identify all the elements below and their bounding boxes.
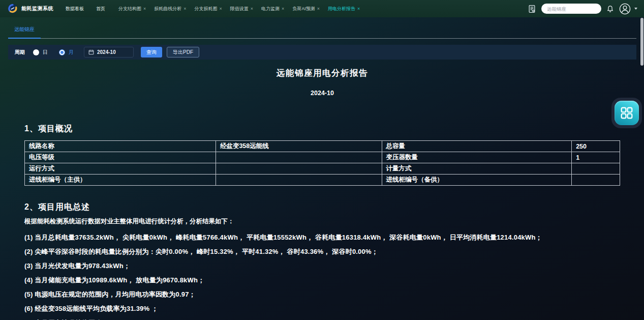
summary-intro: 根据能耗检测系统运行数据对业主整体用电进行统计分析，分析结果如下： [24,217,234,226]
close-icon[interactable]: × [251,7,253,11]
table-cell-label: 计量方式 [382,163,572,174]
section2-heading: 2、项目用电总述 [24,202,90,213]
tab-load-ai-forecast[interactable]: 负荷AI预测 × [292,6,320,12]
logo-icon [8,4,18,14]
header-right-cluster [528,3,637,15]
summary-item-2: (2) 尖峰平谷深谷时段的耗电量比例分别为：尖时0.00%， 峰时15.32%，… [24,248,626,255]
radio-day-circle[interactable] [33,49,39,55]
export-pdf-button[interactable]: 导出PDF [167,47,199,57]
close-icon[interactable]: × [183,7,186,11]
table-cell-label: 变压器数量 [382,152,572,163]
summary-items: (1) 当月总耗电量37635.2kWh， 尖耗电量0kWh， 峰耗电量5766… [24,234,626,320]
table-cell-value: 经盆变358远能线 [216,141,382,152]
summary-item-4: (4) 当月储能充电量为10989.6kWh， 放电量为9670.8kWh； [24,276,626,284]
table-row: 进线柜编号（主供） 进线柜编号（备供） [25,174,620,186]
table-row: 运行方式 计量方式 [25,163,620,174]
brand: 能耗监测系统 [8,4,53,14]
report-title: 远能锦座用电分析报告 [8,68,636,79]
close-icon[interactable]: × [282,7,284,11]
close-icon[interactable]: × [220,7,222,11]
tab-branch-structure[interactable]: 分支结构图 × [118,6,146,12]
tab-limit-settings[interactable]: 限值设置 × [230,6,253,12]
bell-icon[interactable] [606,5,614,13]
brand-name: 能耗监测系统 [21,5,53,12]
radio-day[interactable]: 日 [33,49,48,56]
search-input[interactable] [541,4,601,14]
quick-apps-widget[interactable] [611,98,642,128]
table-cell-value [572,174,620,186]
main-menu: 数据看板 首页 [66,6,105,12]
table-cell-label: 线路名称 [25,141,216,152]
table-cell-value [216,174,382,186]
date-value: 2024-10 [97,49,116,55]
table-cell-label: 运行方式 [25,163,216,174]
scrollbar-track[interactable] [640,17,644,320]
tab-loss-curve-analysis[interactable]: 损耗曲线分析 × [154,6,186,12]
top-nav-bar: 能耗监测系统 数据看板 首页 分支结构图 × 损耗曲线分析 × 分支损耗图 × … [0,0,644,17]
tab-branch-loss-chart[interactable]: 分支损耗图 × [195,6,222,12]
table-cell-label: 进线柜编号（备供） [382,174,572,186]
table-cell-value: 250 [572,141,620,152]
close-icon[interactable]: × [317,7,320,11]
period-label: 周期 [15,49,25,56]
section1-heading: 1、项目概况 [24,124,73,134]
table-cell-label: 总容量 [382,141,572,152]
scrollbar-thumb[interactable] [640,18,643,66]
calendar-icon [88,49,94,55]
chevron-down-icon[interactable] [634,8,637,10]
tab-power-analysis-report[interactable]: 用电分析报告 × [328,6,360,12]
table-row: 电压等级 变压器数量 1 [25,152,620,163]
summary-item-5: (5) 电源电压在规定的范围内，月均用电功率因数为0.97； [24,290,626,298]
table-cell-value: 1 [572,152,620,163]
menu-item-dashboard[interactable]: 数据看板 [66,6,84,12]
query-button[interactable]: 查询 [141,47,162,57]
avatar[interactable] [619,3,631,15]
open-tabs: 分支结构图 × 损耗曲线分析 × 分支损耗图 × 限值设置 × 电力监测 × 负… [118,6,360,12]
table-row: 线路名称 经盆变358远能线 总容量 250 [25,141,620,152]
summary-item-6: (6) 经盆变358远能线平均负载率为31.39% ； [24,305,626,312]
table-cell-value [216,163,382,174]
table-cell-label: 电压等级 [25,152,216,163]
report-area: 远能锦座用电分析报告 2024-10 1、项目概况 线路名称 经盆变358远能线… [8,60,636,320]
radio-month[interactable]: 月 [59,49,74,56]
page-tab-strip: 远能锦座 [8,17,636,39]
table-cell-label: 进线柜编号（主供） [25,174,216,186]
filter-bar: 周期 日 月 2024-10 查询 导出PDF [8,45,636,60]
tab-power-monitoring[interactable]: 电力监测 × [261,6,284,12]
close-icon[interactable]: × [357,7,360,11]
report-doc-icon[interactable] [528,5,536,13]
menu-item-home[interactable]: 首页 [96,6,105,12]
apps-grid-icon [615,101,639,125]
project-overview-table: 线路名称 经盆变358远能线 总容量 250 电压等级 变压器数量 1 运行方式… [24,140,620,186]
summary-item-1: (1) 当月总耗电量37635.2kWh， 尖耗电量0kWh， 峰耗电量5766… [24,234,626,241]
table-cell-value [572,163,620,174]
subtab-active-station[interactable]: 远能锦座 [8,26,41,39]
close-icon[interactable]: × [143,7,146,11]
date-picker[interactable]: 2024-10 [84,47,134,57]
radio-month-circle[interactable] [59,49,65,55]
radio-month-label: 月 [69,49,74,56]
table-cell-value [216,152,382,163]
radio-day-label: 日 [43,49,48,56]
summary-item-3: (3) 当月光伏发电量为978.43kWh； [24,262,626,270]
report-period: 2024-10 [8,90,636,97]
